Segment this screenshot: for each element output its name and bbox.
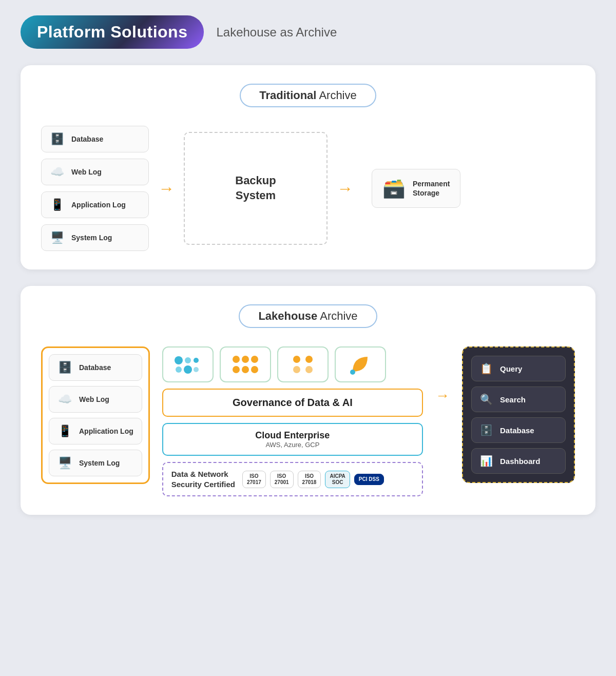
- lake-source-syslog: 🖥️ System Log: [49, 450, 142, 476]
- connector-row: [162, 346, 423, 382]
- dashboard-icon: 📊: [480, 455, 493, 467]
- connector-2: [220, 346, 271, 382]
- lake-weblog-label: Web Log: [79, 395, 109, 404]
- svg-point-15: [305, 366, 313, 373]
- svg-point-8: [251, 356, 258, 363]
- traditional-title-wrap: Traditional Archive: [41, 84, 575, 107]
- svg-point-13: [305, 356, 313, 363]
- database-action-label: Database: [500, 426, 534, 435]
- svg-point-12: [293, 356, 300, 363]
- security-box: Data & NetworkSecurity Certified ISO2701…: [162, 462, 423, 496]
- cloud-subtitle: AWS, Azure, GCP: [174, 441, 412, 449]
- arrow-to-actions: →: [435, 346, 450, 404]
- lake-syslog-label: System Log: [79, 458, 120, 468]
- svg-point-6: [233, 356, 240, 363]
- trad-source-database: 🗄️ Database: [41, 126, 149, 152]
- lake-weblog-icon: ☁️: [57, 393, 72, 406]
- trad-source-applog: 📱 Application Log: [41, 191, 149, 218]
- svg-point-1: [185, 357, 191, 363]
- search-icon: 🔍: [480, 393, 493, 405]
- permanent-storage-icon: 🗃️: [382, 178, 406, 199]
- traditional-layout: 🗄️ Database ☁️ Web Log 📱 Application Log…: [41, 126, 575, 251]
- lakehouse-source-list: 🗄️ Database ☁️ Web Log 📱 Application Log…: [41, 346, 150, 484]
- arrow-icon: →: [435, 388, 450, 404]
- action-database: 🗄️ Database: [471, 417, 566, 443]
- security-label: Data & NetworkSecurity Certified: [171, 469, 235, 489]
- connector-3: [277, 346, 329, 382]
- svg-point-7: [242, 356, 249, 363]
- backup-system-box: BackupSystem: [184, 132, 328, 245]
- connector-1: [162, 346, 214, 382]
- lake-source-applog: 📱 Application Log: [49, 418, 142, 445]
- query-label: Query: [500, 364, 522, 373]
- connector-4: [335, 346, 386, 382]
- svg-point-4: [184, 365, 192, 374]
- backup-system-label: BackupSystem: [235, 173, 276, 203]
- cloud-box: Cloud Enterprise AWS, Azure, GCP: [162, 423, 423, 456]
- trad-source-weblog: ☁️ Web Log: [41, 159, 149, 185]
- governance-label: Governance of Data & AI: [233, 397, 353, 408]
- cert-badges: ISO27017 ISO27001 ISO27018 AICPASOC PCI …: [242, 471, 384, 488]
- lakehouse-title-pill: Lakehouse Archive: [239, 304, 377, 328]
- page-header: Platform Solutions Lakehouse as Archive: [21, 15, 595, 49]
- lake-database-icon: 🗄️: [57, 361, 72, 374]
- cloud-title: Cloud Enterprise: [174, 430, 412, 441]
- arrow-to-backup: →: [158, 179, 175, 198]
- cert-soc: AICPASOC: [325, 471, 350, 488]
- database-icon: 🗄️: [50, 132, 64, 146]
- cert-iso27017: ISO27017: [242, 471, 266, 488]
- arrow-to-storage: →: [337, 179, 353, 198]
- traditional-title-normal: Archive: [316, 89, 356, 102]
- header-subtitle: Lakehouse as Archive: [216, 25, 337, 40]
- dashboard-label: Dashboard: [500, 457, 540, 466]
- svg-point-14: [293, 366, 300, 373]
- database-action-icon: 🗄️: [480, 424, 493, 436]
- lake-database-label: Database: [79, 363, 111, 372]
- svg-point-0: [175, 356, 183, 364]
- cert-iso27018: ISO27018: [298, 471, 321, 488]
- connector-1-icon: [174, 354, 202, 375]
- svg-point-5: [194, 367, 199, 372]
- connector-4-icon: [348, 354, 373, 375]
- cert-pci: PCI DSS: [354, 474, 384, 485]
- lakehouse-layout: 🗄️ Database ☁️ Web Log 📱 Application Log…: [41, 346, 575, 496]
- action-search: 🔍 Search: [471, 387, 566, 412]
- search-label: Search: [500, 395, 526, 404]
- svg-point-11: [251, 366, 258, 373]
- lake-applog-label: Application Log: [79, 427, 133, 436]
- traditional-title-bold: Traditional: [259, 89, 316, 102]
- lake-applog-icon: 📱: [57, 424, 72, 438]
- trad-database-label: Database: [71, 134, 103, 144]
- traditional-panel: Traditional Archive 🗄️ Database ☁️ Web L…: [21, 65, 595, 269]
- trad-syslog-label: System Log: [71, 233, 112, 242]
- header-badge-text: Platform Solutions: [37, 23, 187, 41]
- lake-source-weblog: ☁️ Web Log: [49, 386, 142, 413]
- traditional-source-list: 🗄️ Database ☁️ Web Log 📱 Application Log…: [41, 126, 149, 251]
- trad-weblog-label: Web Log: [71, 167, 102, 177]
- weblog-icon: ☁️: [50, 165, 64, 179]
- traditional-title-pill: Traditional Archive: [240, 84, 376, 107]
- syslog-icon: 🖥️: [50, 231, 64, 244]
- lake-source-database: 🗄️ Database: [49, 354, 142, 381]
- action-dashboard: 📊 Dashboard: [471, 448, 566, 474]
- right-actions-panel: 📋 Query 🔍 Search 🗄️ Database 📊 Dashboard: [462, 346, 575, 483]
- lakehouse-title-wrap: Lakehouse Archive: [41, 304, 575, 328]
- lakehouse-title-normal: Archive: [317, 310, 357, 322]
- governance-box: Governance of Data & AI: [162, 389, 423, 417]
- svg-point-3: [176, 366, 182, 373]
- applog-icon: 📱: [50, 198, 64, 211]
- svg-point-10: [242, 366, 249, 373]
- cert-iso27001: ISO27001: [270, 471, 294, 488]
- permanent-storage-label: PermanentStorage: [413, 179, 450, 198]
- trad-source-syslog: 🖥️ System Log: [41, 224, 149, 251]
- header-badge: Platform Solutions: [21, 15, 204, 49]
- connector-2-icon: [231, 354, 260, 375]
- svg-point-16: [350, 370, 355, 375]
- connector-3-icon: [288, 354, 317, 375]
- query-icon: 📋: [480, 362, 493, 375]
- trad-applog-label: Application Log: [71, 200, 126, 209]
- svg-point-2: [194, 358, 199, 363]
- lakehouse-title-bold: Lakehouse: [258, 310, 317, 322]
- action-query: 📋 Query: [471, 356, 566, 381]
- svg-point-9: [233, 366, 240, 373]
